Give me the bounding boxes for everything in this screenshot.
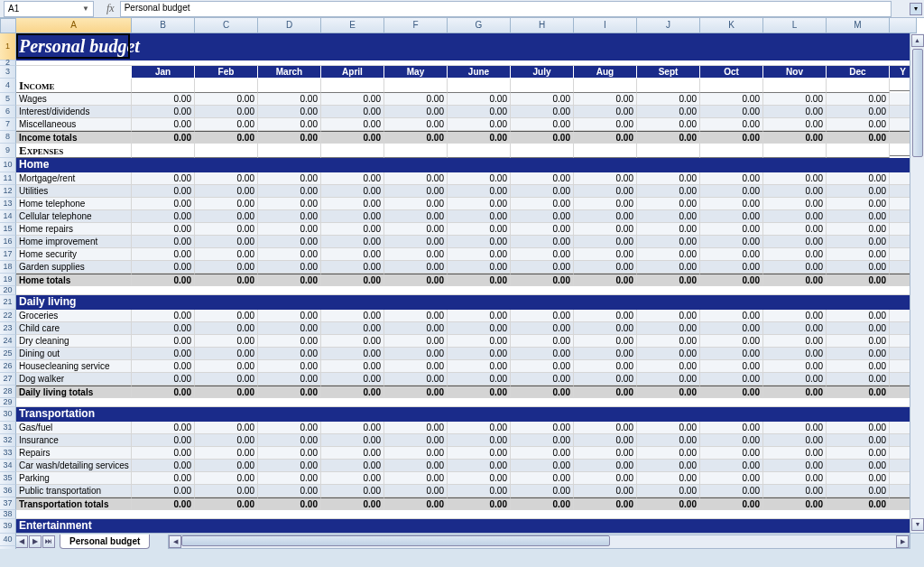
data-cell[interactable]: 0.00 (384, 310, 448, 322)
data-cell[interactable]: 0.00 (511, 434, 574, 447)
data-cell[interactable]: 0.00 (637, 118, 700, 131)
data-cell[interactable]: 0.00 (763, 434, 827, 447)
data-cell[interactable]: 0.00 (763, 198, 827, 210)
row-header-25[interactable]: 25 (0, 348, 16, 360)
data-cell[interactable]: 0.00 (700, 210, 763, 223)
total-cell[interactable]: 0.00 (763, 497, 827, 510)
grid[interactable]: Personal budgetJanFebMarchAprilMayJuneJu… (16, 33, 910, 533)
row-header-36[interactable]: 36 (0, 485, 16, 497)
data-cell[interactable]: 0.00 (321, 106, 384, 118)
data-cell[interactable]: 0.00 (258, 236, 321, 248)
data-cell[interactable]: 0.00 (574, 422, 637, 434)
total-cell[interactable]: 0.00 (258, 386, 321, 398)
data-cell[interactable]: 0.00 (511, 198, 574, 210)
data-cell[interactable]: 0.00 (321, 185, 384, 198)
data-cell[interactable]: 0.00 (384, 198, 448, 210)
data-label[interactable]: Gas/fuel (16, 422, 132, 434)
data-cell[interactable]: 0.00 (258, 472, 321, 485)
month-header-sept[interactable]: Sept (637, 66, 700, 79)
data-label[interactable]: Child care (16, 322, 132, 335)
data-label[interactable]: Repairs (16, 447, 132, 460)
data-cell[interactable]: 0.00 (763, 236, 827, 248)
data-cell[interactable]: 0.00 (132, 373, 195, 386)
data-cell[interactable]: 0.00 (637, 261, 700, 274)
subsection-head[interactable]: Home (16, 158, 910, 172)
data-cell[interactable]: 0.00 (258, 335, 321, 348)
data-label[interactable]: Home telephone (16, 198, 132, 210)
data-cell[interactable]: 0.00 (574, 261, 637, 274)
total-cell[interactable]: 0.00 (448, 497, 511, 510)
data-cell[interactable]: 0.00 (637, 335, 700, 348)
row-header-32[interactable]: 32 (0, 434, 16, 447)
data-cell[interactable]: 0.00 (827, 335, 890, 348)
sheet-tab-personal-budget[interactable]: Personal budget (60, 534, 150, 549)
month-header-april[interactable]: April (321, 66, 384, 79)
data-cell[interactable]: 0.00 (637, 447, 700, 460)
data-cell[interactable]: 0.00 (132, 210, 195, 223)
data-cell[interactable]: 0.00 (637, 210, 700, 223)
data-cell[interactable]: 0.00 (574, 310, 637, 322)
data-cell[interactable]: 0.00 (448, 434, 511, 447)
data-cell[interactable]: 0.00 (700, 485, 763, 497)
total-cell[interactable]: 0.00 (700, 497, 763, 510)
data-cell[interactable]: 0.00 (448, 310, 511, 322)
data-cell[interactable]: 0.00 (132, 360, 195, 373)
total-cell[interactable]: 0.00 (637, 131, 700, 144)
total-label[interactable]: Daily living totals (16, 386, 132, 398)
data-cell[interactable]: 0.00 (384, 106, 448, 118)
data-cell[interactable]: 0.00 (195, 373, 258, 386)
data-cell[interactable]: 0.00 (195, 261, 258, 274)
row-header-29[interactable]: 29 (0, 398, 16, 407)
data-cell[interactable]: 0.00 (763, 485, 827, 497)
col-header-I[interactable]: I (574, 18, 637, 33)
data-cell[interactable]: 0.00 (384, 447, 448, 460)
data-cell[interactable]: 0.00 (448, 210, 511, 223)
data-label[interactable]: Interest/dividends (16, 106, 132, 118)
data-cell[interactable]: 0.00 (700, 185, 763, 198)
data-cell[interactable]: 0.00 (574, 373, 637, 386)
data-cell[interactable]: 0.00 (132, 447, 195, 460)
data-cell[interactable]: 0.00 (448, 373, 511, 386)
total-cell[interactable]: 0.00 (637, 497, 700, 510)
data-cell[interactable]: 0.00 (511, 223, 574, 236)
data-cell[interactable]: 0.00 (700, 236, 763, 248)
data-cell[interactable]: 0.00 (448, 472, 511, 485)
total-cell[interactable]: 0.00 (827, 386, 890, 398)
select-all-corner[interactable] (0, 18, 16, 33)
data-cell[interactable]: 0.00 (448, 106, 511, 118)
data-cell[interactable]: 0.00 (321, 172, 384, 185)
data-cell[interactable]: 0.00 (321, 310, 384, 322)
data-cell[interactable]: 0.00 (574, 185, 637, 198)
data-cell[interactable]: 0.00 (763, 422, 827, 434)
col-header-B[interactable]: B (132, 18, 195, 33)
tab-next-button[interactable]: ▶ (29, 535, 42, 548)
data-cell[interactable]: 0.00 (637, 485, 700, 497)
data-cell[interactable]: 0.00 (827, 485, 890, 497)
data-cell[interactable]: 0.00 (195, 360, 258, 373)
data-cell[interactable]: 0.00 (574, 447, 637, 460)
row-header-4[interactable]: 4 (0, 79, 16, 93)
total-cell[interactable]: 0.00 (321, 274, 384, 286)
data-cell[interactable]: 0.00 (827, 198, 890, 210)
name-box[interactable]: A1 ▼ (4, 1, 94, 17)
data-cell[interactable]: 0.00 (574, 210, 637, 223)
data-cell[interactable]: 0.00 (132, 261, 195, 274)
data-cell[interactable]: 0.00 (637, 236, 700, 248)
row-header-26[interactable]: 26 (0, 360, 16, 373)
data-cell[interactable]: 0.00 (258, 93, 321, 106)
subsection-head[interactable]: Entertainment (16, 519, 910, 533)
row-header-13[interactable]: 13 (0, 198, 16, 210)
data-cell[interactable]: 0.00 (511, 460, 574, 472)
total-label[interactable]: Transportation totals (16, 497, 132, 510)
data-cell[interactable]: 0.00 (258, 422, 321, 434)
data-cell[interactable]: 0.00 (321, 447, 384, 460)
data-cell[interactable]: 0.00 (258, 447, 321, 460)
data-cell[interactable]: 0.00 (827, 360, 890, 373)
data-cell[interactable]: 0.00 (700, 360, 763, 373)
data-cell[interactable]: 0.00 (827, 210, 890, 223)
data-cell[interactable]: 0.00 (195, 335, 258, 348)
data-cell[interactable]: 0.00 (384, 460, 448, 472)
data-cell[interactable]: 0.00 (132, 198, 195, 210)
data-cell[interactable]: 0.00 (448, 348, 511, 360)
row-header-27[interactable]: 27 (0, 373, 16, 386)
